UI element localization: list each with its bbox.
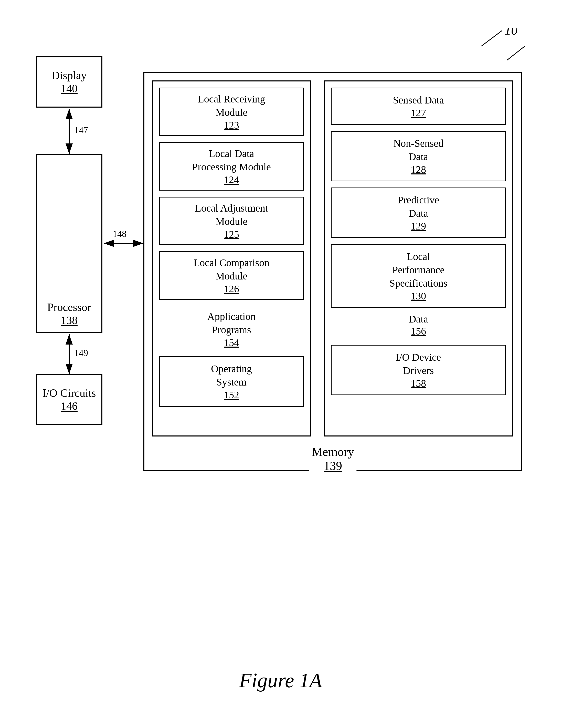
io-circuits-label: I/O Circuits bbox=[43, 387, 96, 400]
predictive-data-box: PredictiveData 129 bbox=[331, 188, 506, 238]
processor-label: Processor bbox=[47, 301, 91, 314]
svg-line-0 bbox=[481, 31, 502, 46]
io-circuits-box: I/O Circuits 146 bbox=[36, 374, 102, 425]
data-156: Data 156 bbox=[331, 313, 506, 337]
svg-text:100: 100 bbox=[504, 28, 517, 37]
figure-caption: Figure 1A bbox=[239, 669, 322, 692]
memory-box: Local ReceivingModule 123 Local DataProc… bbox=[143, 72, 522, 471]
io-drivers-box: I/O DeviceDrivers 158 bbox=[331, 345, 506, 395]
app-programs: ApplicationPrograms 154 bbox=[159, 310, 304, 349]
sensed-data-box: Sensed Data 127 bbox=[331, 88, 506, 125]
display-number: 140 bbox=[61, 82, 78, 95]
left-column: Local ReceivingModule 123 Local DataProc… bbox=[152, 80, 311, 436]
diagram-container: 100 Display 140 Processor 138 I/O Circui… bbox=[15, 20, 548, 661]
display-label: Display bbox=[52, 69, 87, 82]
os-box: OperatingSystem 152 bbox=[159, 356, 304, 407]
io-circuits-number: 146 bbox=[61, 400, 78, 413]
processor-number: 138 bbox=[61, 314, 78, 327]
non-sensed-data-box: Non-SensedData 128 bbox=[331, 131, 506, 181]
display-box: Display 140 bbox=[36, 56, 102, 108]
memory-label: Memory 139 bbox=[309, 445, 356, 473]
module-124: Local DataProcessing Module 124 bbox=[159, 142, 304, 191]
module-123: Local ReceivingModule 123 bbox=[159, 88, 304, 136]
svg-text:148: 148 bbox=[113, 229, 127, 239]
svg-text:149: 149 bbox=[74, 348, 88, 358]
local-performance-box: LocalPerformanceSpecifications 130 bbox=[331, 244, 506, 308]
module-125: Local AdjustmentModule 125 bbox=[159, 197, 304, 245]
processor-box: Processor 138 bbox=[36, 154, 102, 333]
svg-text:147: 147 bbox=[74, 125, 88, 135]
right-column: Sensed Data 127 Non-SensedData 128 Predi… bbox=[324, 80, 513, 436]
module-126: Local ComparisonModule 126 bbox=[159, 251, 304, 300]
